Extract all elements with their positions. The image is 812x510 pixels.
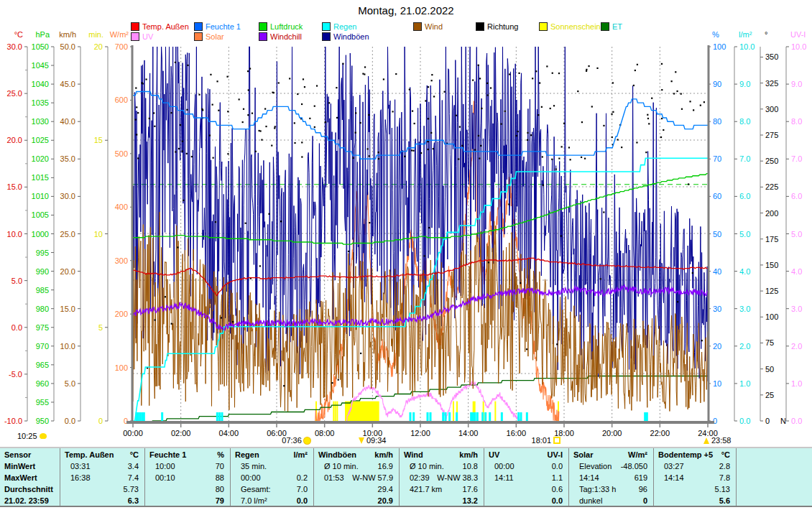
stat-cell: 0.0 <box>484 495 568 506</box>
axis-unit-deg: ° <box>765 30 767 39</box>
axis-tick-label: 15.0 <box>7 182 22 191</box>
stat-value: 0.0 <box>552 495 563 506</box>
richtung-dot <box>268 213 269 215</box>
sunshine-bar <box>335 402 336 421</box>
stat-value: 1.1 <box>552 472 563 483</box>
richtung-dot <box>336 117 338 119</box>
axis-tick-label: 950 <box>36 417 49 425</box>
richtung-dot <box>210 74 211 75</box>
axis-tick-label: 175 <box>765 235 778 244</box>
stat-label: 14:14 <box>658 472 684 483</box>
stat-label: dunkel <box>573 495 602 506</box>
marker-arrow-down-time: 09:34 <box>359 436 387 445</box>
axis-tick-label: 275 <box>765 131 778 139</box>
axis-tick-label: 20.0 <box>7 136 22 144</box>
axis-tick-label: 960 <box>36 379 49 388</box>
rain-tick <box>474 412 476 421</box>
richtung-dot <box>461 145 463 147</box>
richtung-dot <box>675 71 676 73</box>
square-icon <box>553 437 560 444</box>
richtung-dot <box>478 135 479 136</box>
col-unit: UV-I <box>548 449 563 460</box>
stat-label: 14:11 <box>489 472 514 483</box>
richtung-dot <box>259 265 261 266</box>
richtung-dot <box>517 131 519 132</box>
stat-cell: 03:313.4 <box>60 460 144 472</box>
stat-label: 421.7 km <box>404 483 442 495</box>
axis-tick-label: 70 <box>713 154 721 163</box>
richtung-dot <box>304 86 305 88</box>
axis-tick-label: 990 <box>36 267 49 276</box>
x-tick-label: 20:00 <box>602 429 622 437</box>
table-col-sensor: SensorMinWertMaxWertDurchschnitt21.02. 2… <box>0 448 60 506</box>
stat-label: Gesamt: <box>235 483 271 495</box>
axis-tick-label: 4.0 <box>791 267 802 276</box>
richtung-dot <box>191 156 193 157</box>
richtung-dot <box>180 124 181 126</box>
stat-cell: MinWert <box>0 460 60 472</box>
rain-tick <box>646 412 648 421</box>
richtung-dot <box>360 353 361 354</box>
stat-value: -48.050 <box>621 460 647 472</box>
richtung-dot <box>527 132 528 134</box>
richtung-dot <box>297 93 298 95</box>
richtung-dot <box>617 139 618 140</box>
stat-label: Elevation <box>573 460 612 472</box>
col-unit: % <box>217 449 224 460</box>
stat-cell: 421.7 km17.6 <box>400 483 484 495</box>
stat-value: 2.8 <box>719 460 730 472</box>
richtung-dot <box>603 125 604 126</box>
richtung-dot <box>209 134 211 136</box>
rain-tick <box>445 412 447 421</box>
axis-tick-label: 40.0 <box>60 117 75 126</box>
marker-arrow-up-time: 23:58 <box>703 436 732 445</box>
axis-tick-label: 50 <box>713 230 721 238</box>
richtung-dot <box>555 168 557 170</box>
stat-label: 00:00 <box>235 472 261 483</box>
richtung-dot <box>621 147 622 148</box>
stat-value: 5.6 <box>719 495 730 506</box>
sunshine-bar <box>336 402 338 421</box>
stat-cell: 10:0070 <box>145 460 230 472</box>
richtung-dot <box>444 91 446 93</box>
richtung-dot <box>243 108 244 110</box>
richtung-dot <box>274 127 275 129</box>
stat-value: 20.9 <box>378 495 393 506</box>
axis-tick-label: 8.0 <box>739 117 750 126</box>
rain-tick <box>216 412 218 421</box>
axis-tick-label: 1000 <box>32 230 49 238</box>
richtung-dot <box>182 150 183 152</box>
axis-tick-label: 9.0 <box>791 80 802 88</box>
row-label: MaxWert <box>4 472 37 483</box>
richtung-dot <box>137 112 139 113</box>
richtung-dot <box>294 122 295 124</box>
rain-tick <box>517 412 520 421</box>
col-header: Temp. Außen <box>65 449 114 460</box>
richtung-dot <box>252 113 253 114</box>
axis-tick-label: 100 <box>115 363 128 372</box>
stat-cell: 5.73 <box>60 483 144 495</box>
stat-label: 14:14 <box>573 472 599 483</box>
richtung-dot <box>175 151 176 152</box>
axis-tick-label: 30 <box>713 305 721 313</box>
richtung-dot <box>568 147 570 148</box>
richtung-dot <box>227 153 229 154</box>
richtung-dot <box>212 104 213 106</box>
col-header: Regen <box>235 449 259 460</box>
axis-tick-label: 25 <box>765 391 774 399</box>
x-tick-label: 22:00 <box>650 429 670 437</box>
richtung-dot <box>245 223 246 224</box>
axis-tick-label: 5.0 <box>739 230 750 238</box>
richtung-dot <box>232 321 234 323</box>
stat-cell: 20.9 <box>314 495 399 506</box>
marker-time-label: 07:36 <box>282 436 302 445</box>
axis-tick-label: 1025 <box>32 136 49 144</box>
stat-value: 0.6 <box>552 483 563 495</box>
richtung-dot <box>612 82 614 83</box>
richtung-dot <box>187 65 188 66</box>
richtung-dot <box>367 148 369 149</box>
table-filler <box>737 448 812 506</box>
richtung-dot <box>541 106 543 108</box>
axis-tick-label: 5 <box>98 323 103 332</box>
richtung-dot <box>283 385 285 386</box>
